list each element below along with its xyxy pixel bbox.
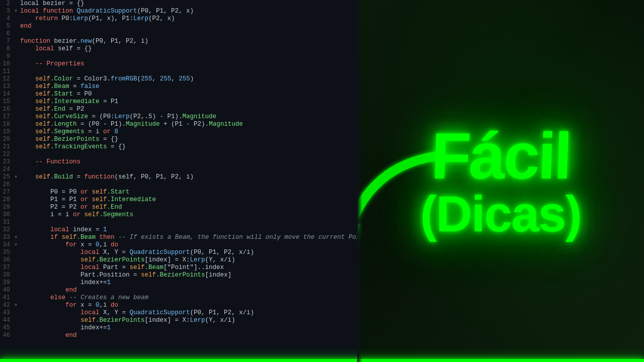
table-row: 22 (0, 151, 357, 158)
line-number: 40 (0, 287, 14, 294)
line-number: 11 (0, 68, 14, 75)
fold-arrow[interactable]: ▾ (14, 173, 20, 181)
line-content: self.Intermediate = P1 (20, 98, 353, 106)
fold-arrow[interactable] (14, 309, 20, 317)
fold-arrow[interactable] (14, 181, 20, 189)
fold-arrow[interactable] (14, 83, 20, 90)
fold-arrow[interactable] (14, 98, 20, 106)
line-number: 22 (0, 151, 14, 158)
fold-arrow[interactable] (14, 30, 20, 38)
fold-arrow[interactable] (14, 256, 20, 264)
panel-blend (357, 0, 362, 362)
right-panel: Fácil (Dicas) (357, 0, 644, 362)
fold-arrow[interactable] (14, 143, 20, 151)
fold-arrow[interactable]: ▾ (14, 234, 20, 241)
line-content: end (20, 287, 353, 294)
fold-arrow[interactable]: ▾ (14, 241, 20, 249)
fold-arrow[interactable] (14, 106, 20, 113)
line-content: P0 = P0 or self.Start (20, 189, 353, 196)
fold-arrow[interactable] (14, 226, 20, 234)
fold-arrow[interactable] (14, 196, 20, 204)
line-content: local bezier = {} (20, 0, 353, 8)
line-number: 30 (0, 211, 14, 219)
line-number: 23 (0, 158, 14, 166)
fold-arrow[interactable] (14, 151, 20, 158)
code-panel: 2 local bezier = {}3▾local function Quad… (0, 0, 357, 362)
line-number: 35 (0, 249, 14, 256)
table-row: 7 function bezier.new(P0, P1, P2, i) (0, 38, 357, 45)
fold-arrow[interactable] (14, 113, 20, 121)
line-content: local index = 1 (20, 226, 353, 234)
bottom-bar (0, 359, 644, 362)
fold-arrow[interactable] (14, 121, 20, 128)
fold-arrow[interactable] (14, 249, 20, 256)
fold-arrow[interactable] (14, 166, 20, 173)
line-content: self.BezierPoints[index] = X:Lerp(Y, x/i… (20, 256, 353, 264)
fold-arrow[interactable] (14, 317, 20, 324)
table-row: 32 local index = 1 (0, 226, 357, 234)
line-number: 36 (0, 256, 14, 264)
line-number: 18 (0, 121, 14, 128)
table-row: 16 self.End = P2 (0, 106, 357, 113)
line-content: i = i or self.Segments (20, 211, 353, 219)
line-content: local X, Y = QuadraticSupport(P0, P1, P2… (20, 309, 353, 317)
line-number: 24 (0, 166, 14, 173)
table-row: 21 self.TrackingEvents = {} (0, 143, 357, 151)
fold-arrow[interactable] (14, 90, 20, 98)
line-number: 21 (0, 143, 14, 151)
table-row: 23 -- Functions (0, 158, 357, 166)
table-row: 13 self.Beam = false (0, 83, 357, 90)
fold-arrow[interactable] (14, 294, 20, 302)
line-number: 14 (0, 90, 14, 98)
line-number: 44 (0, 317, 14, 324)
fold-arrow[interactable] (14, 204, 20, 211)
table-row: 9 (0, 53, 357, 60)
fold-arrow[interactable] (14, 38, 20, 45)
table-row: 35 local X, Y = QuadraticSupport(P0, P1,… (0, 249, 357, 256)
fold-arrow[interactable] (14, 272, 20, 279)
fold-arrow[interactable] (14, 279, 20, 287)
fold-arrow[interactable] (14, 211, 20, 219)
line-content: self.TrackingEvents = {} (20, 143, 353, 151)
arrow-decoration (357, 136, 478, 287)
fold-arrow[interactable] (14, 0, 20, 8)
fold-arrow[interactable] (14, 264, 20, 272)
line-number: 42 (0, 302, 14, 309)
line-content: index+=1 (20, 279, 353, 287)
fold-arrow[interactable] (14, 219, 20, 226)
table-row: 14 self.Start = P0 (0, 90, 357, 98)
fold-arrow[interactable] (14, 158, 20, 166)
fold-arrow[interactable] (14, 189, 20, 196)
line-content: local function QuadraticSupport(P0, P1, … (20, 8, 353, 15)
fold-arrow[interactable] (14, 128, 20, 136)
fold-arrow[interactable] (14, 332, 20, 339)
fold-arrow[interactable] (14, 136, 20, 143)
line-number: 2 (0, 0, 14, 8)
fold-arrow[interactable] (14, 75, 20, 83)
table-row: 38 Part.Position = self.BezierPoints[ind… (0, 272, 357, 279)
line-number: 34 (0, 241, 14, 249)
line-number: 43 (0, 309, 14, 317)
fold-arrow[interactable]: ▾ (14, 302, 20, 309)
table-row: 12 self.Color = Color3.fromRGB(255, 255,… (0, 75, 357, 83)
fold-arrow[interactable] (14, 53, 20, 60)
fold-arrow[interactable] (14, 15, 20, 23)
fold-arrow[interactable] (14, 324, 20, 332)
fold-arrow[interactable] (14, 45, 20, 53)
line-content: self.CurveSize = (P0:Lerp(P2,.5) - P1).M… (20, 113, 353, 121)
line-content: self.BezierPoints = {} (20, 136, 353, 143)
table-row: 42▾ for x = 0,i do (0, 302, 357, 309)
fold-arrow[interactable] (14, 23, 20, 30)
table-row: 27 P0 = P0 or self.Start (0, 189, 357, 196)
fold-arrow[interactable]: ▾ (14, 8, 20, 15)
line-number: 8 (0, 45, 14, 53)
line-number: 46 (0, 332, 14, 339)
line-content: self.BezierPoints[index] = X:Lerp(Y, x/i… (20, 317, 353, 324)
fold-arrow[interactable] (14, 68, 20, 75)
line-number: 38 (0, 272, 14, 279)
line-number: 29 (0, 204, 14, 211)
fold-arrow[interactable] (14, 287, 20, 294)
line-content: function bezier.new(P0, P1, P2, i) (20, 38, 353, 45)
fold-arrow[interactable] (14, 60, 20, 68)
line-number: 7 (0, 38, 14, 45)
